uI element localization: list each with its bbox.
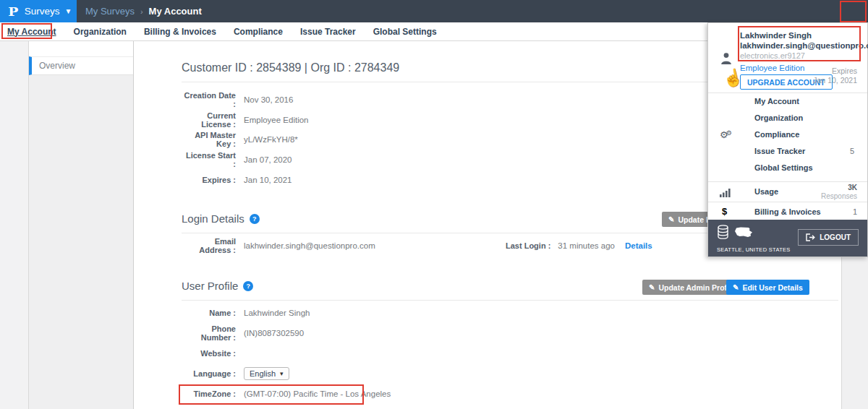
edit-user-details-button[interactable]: ✎ Edit User Details	[726, 280, 809, 295]
details-link[interactable]: Details	[625, 241, 652, 250]
field-value: Jan 10, 2021	[244, 176, 292, 184]
app-window: P Surveys ▼ My Surveys › My Account Upgr…	[0, 0, 868, 409]
field-value: Lakhwinder Singh	[244, 309, 310, 317]
sidebar: Overview	[29, 41, 134, 409]
menu-label: Organization	[754, 113, 803, 122]
dropdown-username: electronics.er9127	[740, 51, 805, 60]
field-label: Phone Number :	[182, 324, 236, 342]
field-label: API Master Key :	[182, 131, 236, 148]
field-label: License Start :	[182, 151, 236, 168]
last-login-value: 31 minutes ago	[558, 241, 615, 250]
menu-item-billing-invoices[interactable]: $ Billing & Invoices 1	[708, 202, 867, 222]
gears-icon: ⚙⚙	[720, 129, 732, 140]
field-value: (IN)8087302590	[244, 329, 304, 337]
field-label: TimeZone :	[182, 389, 236, 398]
menu-item-my-account[interactable]: My Account	[708, 93, 867, 110]
sidebar-item-overview[interactable]: Overview	[29, 56, 133, 75]
logout-button[interactable]: LOGOUT	[798, 229, 859, 246]
menu-item-usage[interactable]: Usage 3K Responses	[708, 182, 867, 202]
product-name: Surveys	[25, 6, 60, 17]
menu-item-compliance[interactable]: ⚙⚙ Compliance	[708, 126, 867, 143]
chevron-down-icon: ▼	[65, 7, 72, 15]
user-icon	[720, 52, 732, 68]
topbar: P Surveys ▼ My Surveys › My Account Upgr…	[0, 0, 868, 22]
menu-label: Billing & Invoices	[754, 207, 821, 216]
field-label: Current License :	[182, 111, 236, 129]
usage-unit: Responses	[821, 192, 857, 201]
issue-count-badge: 5	[850, 147, 854, 155]
expires-date: Jan 10, 2021	[813, 76, 857, 85]
breadcrumb-my-surveys[interactable]: My Surveys	[85, 6, 135, 17]
profile-rows: Name : Lakhwinder Singh Phone Number : (…	[182, 303, 834, 404]
product-switcher[interactable]: P Surveys ▼	[0, 0, 77, 22]
usage-stat: 3K Responses	[821, 184, 857, 201]
field-value: Nov 30, 2016	[244, 95, 293, 104]
last-login-label: Last Login :	[506, 241, 550, 250]
customer-org-id: Customer ID : 2854389 | Org ID : 2784349	[182, 61, 399, 74]
user-dropdown-panel: Lakhwinder Singh lakhwinder.singh@questi…	[707, 22, 868, 257]
sidebar-background	[29, 75, 133, 409]
usage-value: 3K	[821, 184, 857, 192]
dropdown-menu: My Account Organization ⚙⚙ Compliance Is…	[708, 93, 867, 176]
dollar-icon: $	[722, 206, 727, 217]
field-value: yL/WzFkYH/8*	[244, 135, 298, 144]
field-label: Name :	[182, 309, 236, 317]
left-rail	[0, 41, 29, 409]
field-label: Language :	[182, 369, 236, 378]
questionpro-logo-icon: P	[8, 4, 18, 19]
divider	[182, 300, 838, 301]
field-value: Jan 07, 2020	[244, 155, 292, 164]
field-value: (GMT-07:00) Pacific Time - Los Angeles	[244, 389, 391, 398]
language-value: English	[250, 369, 276, 378]
edit-user-details-label: Edit User Details	[742, 283, 802, 292]
billing-count: 1	[853, 207, 857, 216]
login-details-title: Login Details	[182, 212, 244, 225]
help-badge-icon[interactable]: ?	[250, 214, 260, 224]
logout-icon	[806, 233, 815, 241]
tab-compliance[interactable]: Compliance	[234, 27, 283, 37]
tab-organization[interactable]: Organization	[74, 27, 127, 37]
breadcrumb: My Surveys › My Account	[85, 0, 202, 22]
datacenter-location: SEATTLE, UNITED STATES	[717, 246, 791, 253]
edit-icon: ✎	[732, 284, 740, 290]
last-login-group: Last Login : 31 minutes ago Details	[506, 241, 652, 250]
breadcrumb-my-account: My Account	[149, 6, 202, 17]
menu-label: Compliance	[754, 130, 799, 139]
dropdown-footer: SEATTLE, UNITED STATES LOGOUT	[708, 220, 867, 257]
user-profile-title: User Profile	[182, 280, 238, 292]
name-row: Name : Lakhwinder Singh	[182, 303, 834, 323]
timezone-row: TimeZone : (GMT-07:00) Pacific Time - Lo…	[182, 384, 834, 404]
expires-info: Expires Jan 10, 2021	[813, 66, 857, 85]
user-profile-heading: User Profile ?	[182, 280, 253, 292]
menu-item-global-settings[interactable]: Global Settings	[708, 160, 867, 176]
billing-value: 1	[853, 207, 857, 216]
field-label: Expires :	[182, 176, 236, 184]
page-title: Customer ID : 2854389 | Org ID : 2784349	[182, 61, 399, 74]
menu-label: Global Settings	[754, 163, 813, 172]
login-details-heading: Login Details ?	[182, 212, 260, 225]
usage-bars-icon	[720, 187, 731, 200]
tab-global-settings[interactable]: Global Settings	[373, 27, 437, 37]
dropdown-user-email: lakhwinder.singh@questionpro.com	[740, 41, 868, 50]
tab-my-account[interactable]: My Account	[7, 27, 56, 37]
edition-link[interactable]: Employee Edition	[740, 64, 805, 72]
field-value: lakhwinder.singh@questionpro.com	[244, 241, 375, 250]
field-value: Employee Edition	[244, 116, 309, 124]
chevron-down-icon: ▾	[280, 370, 284, 377]
field-label: Email Address :	[182, 237, 236, 254]
edit-icon: ✎	[648, 284, 656, 290]
menu-item-organization[interactable]: Organization	[708, 110, 867, 126]
language-select[interactable]: English ▾	[244, 367, 289, 380]
tab-billing-invoices[interactable]: Billing & Invoices	[144, 27, 216, 37]
menu-item-issue-tracker[interactable]: Issue Tracker 5	[708, 143, 867, 160]
edit-icon: ✎	[668, 216, 676, 222]
update-admin-profile-label: Update Admin Profile	[658, 283, 735, 292]
expires-word: Expires	[813, 66, 857, 76]
field-label: Creation Date :	[182, 91, 236, 108]
dropdown-user-name: Lakhwinder Singh	[740, 31, 812, 40]
menu-label: Usage	[754, 187, 778, 196]
menu-label: My Account	[754, 97, 799, 106]
help-badge-icon[interactable]: ?	[243, 281, 253, 291]
us-map-icon	[734, 227, 753, 241]
tab-issue-tracker[interactable]: Issue Tracker	[300, 27, 356, 37]
